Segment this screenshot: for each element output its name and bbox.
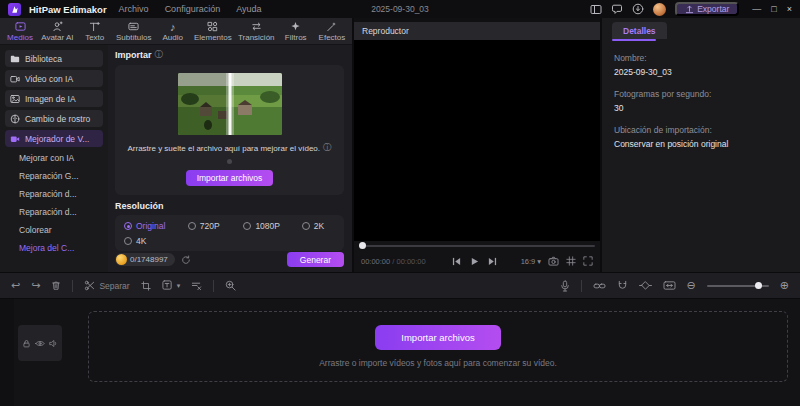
player-controls: 00:00:00 / 00:00:00 16:9: [354, 250, 600, 272]
sidebar-sub-reparacion-d1[interactable]: Reparación d...: [5, 186, 103, 201]
crop-button[interactable]: [141, 281, 151, 291]
sidebar-item-cambio-rostro[interactable]: Cambio de rostro: [5, 110, 103, 127]
sidebar-item-biblioteca[interactable]: Biblioteca: [5, 50, 103, 67]
fit-timeline-button[interactable]: [663, 280, 676, 291]
layout-panels-icon[interactable]: [590, 4, 602, 15]
aspect-ratio-dropdown[interactable]: 16:9 ▾: [521, 257, 541, 266]
split-button[interactable]: Separar: [84, 280, 129, 291]
keyframe-button[interactable]: [639, 280, 652, 291]
zoom-in-button[interactable]: ⊕: [780, 280, 789, 291]
tab-filtros[interactable]: Filtros: [281, 21, 311, 42]
player-header: Reproductor: [354, 22, 600, 40]
player-seekbar[interactable]: [354, 241, 600, 250]
details-panel: Detalles Nombre: 2025-09-30_03 Fotograma…: [602, 18, 800, 272]
detail-field-nombre: Nombre: 2025-09-30_03: [614, 53, 788, 77]
zoom-to-fit-button[interactable]: [225, 280, 236, 291]
main-area: Medios Avatar AI Texto Subtítulos ♪ Audi…: [0, 18, 800, 272]
title-bar: HitPaw Edimakor Archivo Configuración Ay…: [0, 0, 800, 18]
filters-icon: [290, 21, 301, 32]
timeline-import-button[interactable]: Importar archivos: [375, 325, 500, 350]
tab-audio[interactable]: ♪ Audio: [158, 21, 188, 42]
maximize-button[interactable]: □: [771, 4, 776, 14]
resolution-option-1080p[interactable]: 1080P: [243, 221, 301, 231]
mute-speaker-icon[interactable]: [49, 339, 58, 348]
video-preview[interactable]: [354, 40, 600, 241]
text-tool-button[interactable]: ▾: [162, 280, 181, 291]
sidebar-sub-mejora-c[interactable]: Mejora del C...: [5, 240, 103, 255]
track-header: [18, 325, 62, 361]
import-files-button[interactable]: Importar archivos: [186, 170, 274, 186]
play-button[interactable]: [470, 257, 479, 266]
redo-button[interactable]: ↪: [31, 279, 40, 292]
refresh-icon[interactable]: [181, 255, 191, 265]
resolution-option-720p[interactable]: 720P: [188, 221, 244, 231]
carousel-dot: [227, 159, 232, 164]
zoom-slider-handle[interactable]: [755, 282, 762, 289]
next-frame-button[interactable]: [488, 257, 497, 266]
clear-subtitles-button[interactable]: [191, 280, 202, 291]
info-icon[interactable]: ⓘ: [155, 49, 164, 61]
divider: [213, 280, 214, 292]
tab-texto[interactable]: Texto: [80, 21, 110, 42]
sidebar-sub-reparacion-g[interactable]: Reparación G...: [5, 168, 103, 183]
seek-handle[interactable]: [359, 242, 366, 249]
previous-frame-button[interactable]: [452, 257, 461, 266]
close-button[interactable]: ×: [787, 4, 792, 14]
tab-medios[interactable]: Medios: [5, 21, 35, 42]
sidebar-sub-reparacion-d2[interactable]: Reparación d...: [5, 204, 103, 219]
sidebar-item-imagen-ia[interactable]: Imagen de IA: [5, 90, 103, 107]
tab-transicion[interactable]: Transición: [238, 21, 275, 42]
import-dropzone[interactable]: Arrastre y suelte el archivo aquí para m…: [115, 65, 344, 195]
chevron-down-icon: ▾: [537, 257, 541, 266]
eye-icon[interactable]: [35, 339, 45, 348]
tab-detalles[interactable]: Detalles: [612, 22, 667, 39]
credits-counter: 0/1748997: [115, 253, 175, 266]
fullscreen-icon[interactable]: [583, 256, 593, 266]
resolution-option-original[interactable]: Original: [124, 221, 188, 231]
menu-ayuda[interactable]: Ayuda: [232, 4, 265, 14]
link-clips-button[interactable]: [593, 281, 606, 291]
tab-elementos[interactable]: Elementos: [194, 21, 232, 42]
undo-button[interactable]: ↩: [11, 279, 20, 292]
info-icon[interactable]: ⓘ: [323, 142, 332, 154]
snapshot-icon[interactable]: [548, 256, 559, 266]
transition-icon: [251, 21, 262, 32]
image-icon: [10, 94, 20, 104]
import-preview-image: [178, 73, 282, 135]
tab-avatar-ai[interactable]: Avatar AI: [41, 21, 73, 42]
safe-area-grid-icon[interactable]: [566, 256, 576, 266]
tab-efectos[interactable]: Efectos: [317, 21, 347, 42]
app-logo-icon: [8, 3, 21, 16]
timeline-dropzone[interactable]: Importar archivos Arrastre o importe víd…: [88, 311, 788, 382]
media-tabbar: Medios Avatar AI Texto Subtítulos ♪ Audi…: [0, 18, 352, 45]
media-panel: Medios Avatar AI Texto Subtítulos ♪ Audi…: [0, 18, 352, 272]
radio-icon: [302, 222, 310, 230]
delete-button[interactable]: [51, 280, 61, 291]
media-icon: [15, 21, 26, 32]
user-avatar[interactable]: [653, 3, 666, 16]
record-voiceover-button[interactable]: [560, 280, 570, 292]
zoom-out-button[interactable]: ⊖: [687, 280, 696, 291]
minimize-button[interactable]: —: [752, 4, 761, 14]
sidebar-sub-mejorar-ia[interactable]: Mejorar con IA: [5, 150, 103, 165]
sidebar-sub-colorear[interactable]: Colorear: [5, 222, 103, 237]
timeline-zoom-slider[interactable]: [707, 285, 769, 287]
generate-button[interactable]: Generar: [287, 252, 344, 267]
tab-subtitulos[interactable]: Subtítulos: [116, 21, 152, 42]
dropzone-text: Arrastre y suelte el archivo aquí para m…: [127, 142, 331, 154]
lock-icon[interactable]: [22, 339, 31, 348]
sidebar-item-video-ia[interactable]: Video con IA: [5, 70, 103, 87]
enhancer-camera-icon: [10, 134, 20, 144]
divider: [581, 280, 582, 292]
menu-archivo[interactable]: Archivo: [115, 4, 153, 14]
resolution-option-2k[interactable]: 2K: [302, 221, 335, 231]
resolution-option-4k[interactable]: 4K: [124, 236, 188, 246]
export-button[interactable]: Exportar: [675, 2, 739, 16]
download-icon[interactable]: [632, 3, 644, 15]
sidebar-item-mejorador[interactable]: Mejorador de V...: [5, 130, 103, 147]
magnet-snap-button[interactable]: [617, 280, 628, 291]
folder-icon: [10, 54, 20, 64]
feedback-icon[interactable]: [611, 4, 623, 15]
divider: [72, 280, 73, 292]
menu-configuracion[interactable]: Configuración: [161, 4, 225, 14]
